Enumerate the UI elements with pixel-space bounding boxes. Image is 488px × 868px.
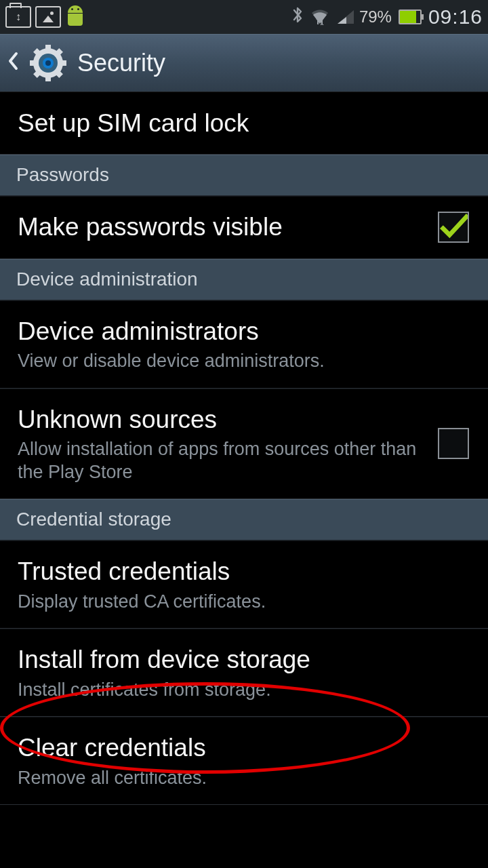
item-subtitle: View or disable device administrators. bbox=[18, 350, 470, 373]
item-subtitle: Display trusted CA certificates. bbox=[18, 591, 470, 614]
checkbox-unknown-sources[interactable] bbox=[438, 428, 469, 459]
checkbox-passwords-visible[interactable] bbox=[438, 212, 469, 243]
item-title: Install from device storage bbox=[18, 644, 470, 675]
screenshot-icon bbox=[35, 6, 61, 28]
signal-icon bbox=[336, 9, 355, 25]
battery-percent: 79% bbox=[359, 7, 392, 26]
back-icon[interactable] bbox=[7, 49, 19, 77]
item-install-from-device-storage[interactable]: Install from device storage Install cert… bbox=[0, 629, 488, 717]
svg-point-11 bbox=[45, 60, 51, 66]
item-title: Set up SIM card lock bbox=[18, 108, 470, 139]
svg-rect-2 bbox=[45, 75, 51, 81]
item-subtitle: Install certificates from storage. bbox=[18, 679, 470, 702]
downloads-icon: ↕ bbox=[5, 6, 31, 28]
android-icon bbox=[65, 5, 85, 28]
item-title: Make passwords visible bbox=[18, 212, 424, 243]
status-right: 79% 09:16 bbox=[291, 5, 483, 30]
item-make-passwords-visible[interactable]: Make passwords visible bbox=[0, 196, 488, 258]
item-title: Device administrators bbox=[18, 316, 470, 347]
page-title: Security bbox=[77, 49, 165, 77]
svg-rect-3 bbox=[30, 60, 37, 66]
status-bar: ↕ bbox=[0, 0, 488, 34]
battery-icon bbox=[399, 9, 422, 24]
settings-list: Set up SIM card lock Passwords Make pass… bbox=[0, 92, 488, 805]
status-clock: 09:16 bbox=[428, 5, 483, 28]
section-passwords: Passwords bbox=[0, 155, 488, 196]
item-subtitle: Remove all certificates. bbox=[18, 767, 470, 790]
bluetooth-icon bbox=[291, 5, 304, 30]
section-credential-storage: Credential storage bbox=[0, 499, 488, 540]
item-device-administrators[interactable]: Device administrators View or disable de… bbox=[0, 300, 488, 389]
svg-rect-1 bbox=[45, 45, 51, 52]
action-bar[interactable]: Security bbox=[0, 34, 488, 92]
item-subtitle: Allow installation of apps from sources … bbox=[18, 438, 424, 484]
item-title: Unknown sources bbox=[18, 404, 424, 435]
svg-rect-4 bbox=[60, 60, 66, 66]
section-device-administration: Device administration bbox=[0, 259, 488, 300]
item-trusted-credentials[interactable]: Trusted credentials Display trusted CA c… bbox=[0, 540, 488, 629]
item-title: Trusted credentials bbox=[18, 556, 470, 587]
wifi-icon bbox=[310, 9, 329, 25]
item-sim-card-lock[interactable]: Set up SIM card lock bbox=[0, 92, 488, 155]
item-clear-credentials[interactable]: Clear credentials Remove all certificate… bbox=[0, 717, 488, 805]
status-left: ↕ bbox=[5, 5, 85, 28]
item-unknown-sources[interactable]: Unknown sources Allow installation of ap… bbox=[0, 389, 488, 500]
item-title: Clear credentials bbox=[18, 732, 470, 764]
settings-icon bbox=[30, 45, 66, 81]
